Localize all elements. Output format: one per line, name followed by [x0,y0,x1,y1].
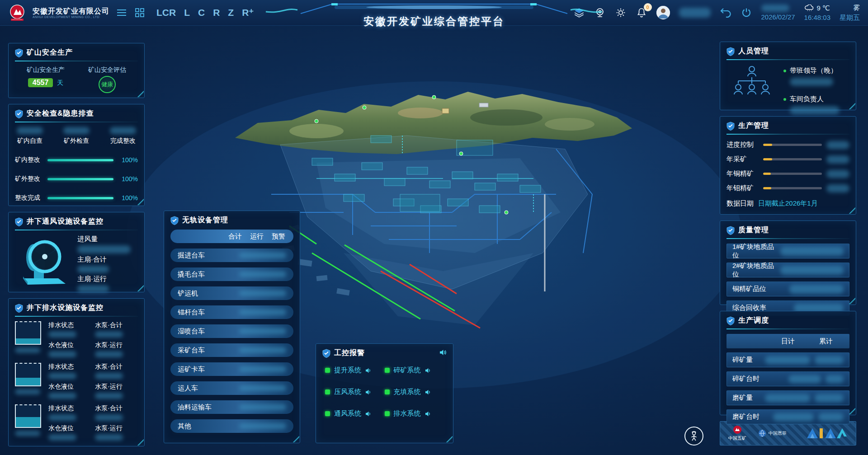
water-tank-icon [15,363,41,386]
speaker-icon[interactable] [425,368,431,373]
value-masked [773,413,814,421]
divider [726,59,849,60]
trackless-row: 其他 [170,419,293,433]
speaker-icon[interactable] [365,389,372,395]
panel-drainage-monitor: 井下排水设施设备监控 排水状态 水泵·合计 水仓液位 水泵·运行 排水状态 水泵… [8,298,145,446]
panel-title: 生产管理 [738,121,769,131]
alarm-item: 充填系统 [385,388,444,396]
nav-lcr[interactable]: LCR [156,7,176,18]
system-label[interactable]: 通风系统 [334,409,361,418]
alarm-item: 排水系统 [385,409,444,418]
value-masked [239,271,286,277]
system-label[interactable]: 充填系统 [394,388,421,396]
avatar[interactable] [656,6,670,19]
drainage-label: 水泵·运行 [95,383,138,391]
quality-row: 铜精矿品位 [726,281,849,296]
progress-bar [47,178,113,180]
safety-days-label: 矿山安全生产 [27,66,65,74]
system-label[interactable]: 碎矿系统 [394,366,421,375]
nav-r-plus[interactable]: R⁺ [242,7,254,18]
dashboard-background: 安徽开发矿业有限公司 ANHUI DEVELOPMENT MINING CO.,… [0,0,868,455]
metric-label: 主扇·运行 [77,275,131,283]
quality-row: 1#矿块地质品位 [726,244,849,258]
footer-logo-bar: 中国五矿 中国恩菲 [720,421,856,446]
alarm-item: 碎矿系统 [385,366,444,375]
trackless-row: 采矿台车 [170,343,293,357]
panel-personnel: 人员管理 带班领导（晚） 车间负责人 [720,42,856,110]
divider [15,122,138,122]
safety-eval-label: 矿山安全评估 [88,66,126,74]
enfi-label: 中国恩菲 [769,430,787,436]
divider [726,238,849,239]
system-label[interactable]: 排水系统 [394,409,421,418]
value-masked [780,266,844,275]
panel-title: 矿山安全生产 [27,48,73,57]
value-masked [15,431,40,436]
progress-label: 矿内整改 [15,156,43,164]
value-masked [15,389,40,394]
row-label: 1#矿块地质品位 [732,243,780,260]
value-masked [77,266,109,273]
trackless-row: 湿喷台车 [170,324,293,338]
alarm-mute-all-icon[interactable] [439,349,447,357]
value-masked [815,356,844,364]
dispatch-header-row: 日计 累计 [726,334,849,348]
trackless-row: 掘进台车 [170,249,293,262]
value-masked [48,414,76,421]
panel-ventilation-monitor: 井下通风设施设备监控 进风量 [8,212,145,292]
speaker-icon[interactable] [365,368,372,373]
nav-l[interactable]: L [184,7,190,18]
value-masked [239,404,286,410]
nav-c[interactable]: C [198,7,205,18]
drainage-label: 排水状态 [48,363,91,371]
nav-r[interactable]: R [213,7,220,18]
drainage-group: 排水状态 水泵·合计 水仓液位 水泵·运行 [15,321,138,357]
production-label: 进度控制 [726,141,759,149]
power-icon[interactable] [741,7,752,19]
time-text: 16:48:03 [804,14,830,21]
progress-track [763,158,822,160]
trackless-header-row: 合计 运行 预警 [170,230,293,243]
panel-title: 无轨设备管理 [182,216,228,225]
health-status-badge: 健康 [99,76,116,93]
user-name-masked [679,8,711,18]
panel-title: 生产调度 [738,316,769,325]
system-label[interactable]: 提升系统 [334,366,361,375]
bell-icon[interactable]: 0 [636,7,647,19]
progress-value: 100% [118,156,138,164]
production-label: 年铜精矿 [726,169,759,178]
grid-icon[interactable] [134,7,146,19]
bullet-dot [783,70,786,72]
nav-z[interactable]: Z [228,7,234,18]
drainage-label: 水仓液位 [48,341,91,349]
speaker-icon[interactable] [425,389,431,395]
value-masked [17,127,43,134]
drainage-label: 水泵·运行 [95,424,138,432]
value-masked [826,375,844,383]
undo-icon[interactable] [720,7,731,19]
shield-icon [15,304,23,313]
value-masked [239,347,286,353]
divider [726,328,849,329]
divider [15,61,138,61]
weather-condition: 雾 [853,4,860,12]
system-label[interactable]: 压风系统 [334,388,361,396]
inspection-col-label: 完成整改 [110,137,136,145]
shield-icon [15,217,23,226]
shield-icon [15,48,23,57]
menu-icon[interactable] [116,7,127,19]
col-total: 合计 [228,232,242,241]
gear-icon[interactable] [615,7,627,19]
panel-safety-inspection: 安全检查&隐患排查 矿内自查 矿外检查 完成整改 矿内整改 100% 矿外整改 … [8,104,145,206]
status-dot [325,411,330,416]
miner-view-button[interactable] [684,427,703,446]
bullet-dot [783,98,786,101]
drainage-label: 水仓液位 [48,383,91,391]
shield-icon [170,216,179,225]
value-masked [239,423,286,429]
status-dot [385,411,390,416]
production-label: 年钼精矿 [726,184,759,192]
quality-row: 2#矿块地质品位 [726,263,849,277]
speaker-icon[interactable] [425,411,431,417]
speaker-icon[interactable] [365,411,372,417]
